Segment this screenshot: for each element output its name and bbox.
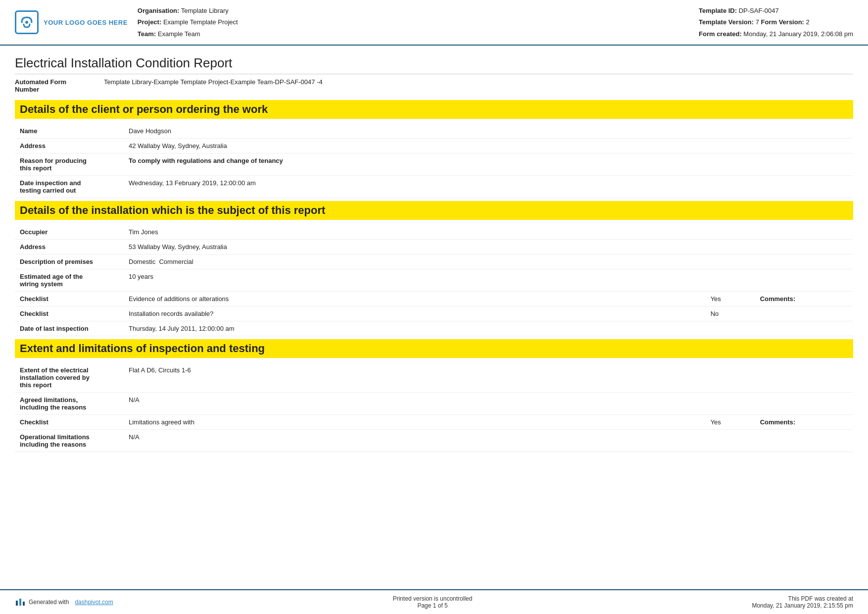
last-inspection-value: Thursday, 14 July 2011, 12:00:00 am [124, 321, 706, 336]
checklist-additions-yesno: Yes [706, 292, 755, 307]
extent-details-table: Extent of the electricalinstallation cov… [15, 363, 853, 452]
table-row: Operational limitationsincluding the rea… [15, 430, 853, 452]
name-label: Name [15, 124, 124, 139]
footer-pdf-created-label: This PDF was created at [752, 595, 853, 602]
table-row: Occupier Tim Jones [15, 225, 853, 240]
checklist-additions-comments-value [815, 292, 853, 307]
section-installation-header: Details of the installation which is the… [15, 201, 853, 220]
form-created-row: Form created: Monday, 21 January 2019, 2… [699, 28, 853, 40]
form-number-row: Automated FormNumber Template Library-Ex… [15, 78, 853, 93]
header-org-info: Organisation: Template Library Project: … [138, 5, 689, 40]
extent-electrical-value: Flat A D6, Circuits 1-6 [124, 363, 706, 393]
description-label: Description of premises [15, 255, 124, 269]
table-row: Checklist Limitations agreed with Yes Co… [15, 415, 853, 430]
team-value: Example Team [158, 30, 200, 38]
form-number-label: Automated FormNumber [15, 78, 104, 93]
table-row: Description of premises Domestic Commerc… [15, 255, 853, 269]
checklist-limitations-label: Checklist [15, 415, 124, 430]
address-value: 42 Wallaby Way, Sydney, Australia [124, 139, 709, 154]
template-id-value: DP-SAF-0047 [739, 7, 779, 14]
table-row: Checklist Evidence of additions or alter… [15, 292, 853, 307]
agreed-limitations-value: N/A [124, 393, 706, 415]
report-title: Electrical Installation Condition Report [15, 55, 853, 74]
checklist-records-value: Installation records available? [124, 307, 706, 321]
org-label: Organisation: [138, 7, 180, 14]
checklist-additions-comments-label: Comments: [755, 292, 815, 307]
footer-generated-label: Generated with [29, 599, 69, 606]
header: YOUR LOGO GOES HERE Organisation: Templa… [0, 0, 868, 46]
last-inspection-label: Date of last inspection [15, 321, 124, 336]
svg-point-0 [25, 21, 28, 24]
name-value: Dave Hodgson [124, 124, 709, 139]
logo-icon [15, 10, 39, 34]
date-inspection-value: Wednesday, 13 February 2019, 12:00:00 am [124, 176, 709, 198]
footer-uncontrolled: Printed version is uncontrolled [393, 595, 473, 602]
table-row: Date of last inspection Thursday, 14 Jul… [15, 321, 853, 336]
footer-logo-area: Generated with dashpivot.com [15, 597, 113, 608]
section-client-header: Details of the client or person ordering… [15, 100, 853, 119]
table-row: Address 42 Wallaby Way, Sydney, Australi… [15, 139, 853, 154]
table-row: Date inspection andtesting carried out W… [15, 176, 853, 198]
footer-center: Printed version is uncontrolled Page 1 o… [393, 595, 473, 609]
checklist-limitations-comments-value [815, 415, 853, 430]
reason-value: To comply with regulations and change of… [124, 154, 709, 176]
checklist-records-yesno: No [706, 307, 755, 321]
org-value: Template Library [181, 7, 229, 14]
logo-text: YOUR LOGO GOES HERE [44, 19, 128, 26]
org-row: Organisation: Template Library [138, 5, 689, 16]
svg-rect-2 [19, 599, 21, 606]
footer-link[interactable]: dashpivot.com [75, 599, 113, 606]
date-inspection-label: Date inspection andtesting carried out [15, 176, 124, 198]
table-row: Name Dave Hodgson [15, 124, 853, 139]
table-row: Checklist Installation records available… [15, 307, 853, 321]
table-row: Address 53 Wallaby Way, Sydney, Australi… [15, 240, 853, 255]
occupier-label: Occupier [15, 225, 124, 240]
project-row: Project: Example Template Project [138, 16, 689, 28]
template-version-value: 7 [756, 18, 759, 26]
footer-logo-icon [15, 597, 26, 608]
header-meta-info: Template ID: DP-SAF-0047 Template Versio… [699, 5, 853, 40]
operational-limitations-value: N/A [124, 430, 706, 452]
project-value: Example Template Project [163, 18, 238, 26]
checklist-limitations-comments-label: Comments: [755, 415, 815, 430]
table-row: Reason for producingthis report To compl… [15, 154, 853, 176]
template-id-label: Template ID: [699, 7, 737, 14]
table-row: Extent of the electricalinstallation cov… [15, 363, 853, 393]
table-row: Estimated age of thewiring system 10 yea… [15, 269, 853, 292]
section-extent-header: Extent and limitations of inspection and… [15, 339, 853, 358]
form-created-label: Form created: [699, 30, 742, 38]
svg-rect-1 [16, 601, 18, 606]
form-number-value: Template Library-Example Template Projec… [104, 78, 323, 93]
checklist-limitations-value: Limitations agreed with [124, 415, 706, 430]
operational-limitations-label: Operational limitationsincluding the rea… [15, 430, 124, 452]
address-label: Address [15, 139, 124, 154]
form-version-label: Form Version: [761, 18, 804, 26]
form-created-value: Monday, 21 January 2019, 2:06:08 pm [743, 30, 853, 38]
template-id-row: Template ID: DP-SAF-0047 [699, 5, 853, 16]
installation-details-table: Occupier Tim Jones Address 53 Wallaby Wa… [15, 225, 853, 336]
checklist-records-label: Checklist [15, 307, 124, 321]
extent-electrical-label: Extent of the electricalinstallation cov… [15, 363, 124, 393]
estimated-age-value: 10 years [124, 269, 706, 292]
team-label: Team: [138, 30, 156, 38]
main-content: Electrical Installation Condition Report… [0, 46, 868, 469]
install-address-value: 53 Wallaby Way, Sydney, Australia [124, 240, 706, 255]
install-address-label: Address [15, 240, 124, 255]
page: YOUR LOGO GOES HERE Organisation: Templa… [0, 0, 868, 614]
estimated-age-label: Estimated age of thewiring system [15, 269, 124, 292]
checklist-additions-label: Checklist [15, 292, 124, 307]
checklist-limitations-yesno: Yes [706, 415, 755, 430]
team-row: Team: Example Team [138, 28, 689, 40]
project-label: Project: [138, 18, 161, 26]
footer-right: This PDF was created at Monday, 21 Janua… [752, 595, 853, 609]
client-details-table: Name Dave Hodgson Address 42 Wallaby Way… [15, 124, 853, 198]
agreed-limitations-label: Agreed limitations,including the reasons [15, 393, 124, 415]
table-row: Agreed limitations,including the reasons… [15, 393, 853, 415]
template-version-label: Template Version: [699, 18, 754, 26]
form-version-value: 2 [806, 18, 810, 26]
footer: Generated with dashpivot.com Printed ver… [0, 589, 868, 614]
footer-pdf-created-value: Monday, 21 January 2019, 2:15:55 pm [752, 602, 853, 609]
template-version-row: Template Version: 7 Form Version: 2 [699, 16, 853, 28]
description-value: Domestic Commercial [124, 255, 706, 269]
occupier-value: Tim Jones [124, 225, 706, 240]
